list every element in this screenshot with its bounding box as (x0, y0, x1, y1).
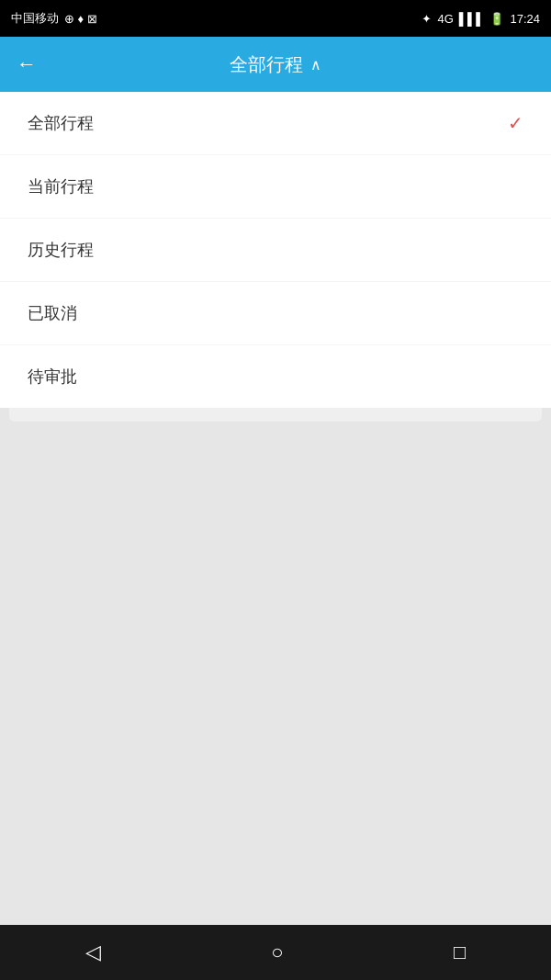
checkmark-icon: ✓ (508, 112, 523, 134)
nav-recent-button[interactable]: □ (454, 941, 466, 964)
status-left: 中国移动 ⊕ ♦ ⊠ (11, 10, 97, 27)
time-text: 17:24 (510, 12, 540, 26)
menu-item-history-label: 历史行程 (28, 239, 94, 261)
dropdown-menu: 全部行程 ✓ 当前行程 历史行程 已取消 待审批 (0, 92, 551, 408)
status-icons: ⊕ ♦ ⊠ (64, 12, 97, 26)
carrier-text: 中国移动 (11, 10, 59, 27)
nav-bar: ◁ ○ □ (0, 925, 551, 980)
menu-item-cancelled[interactable]: 已取消 (0, 282, 551, 345)
battery-icon: 🔋 (489, 12, 504, 26)
signal-bars: ▌▌▌ (459, 12, 485, 26)
status-bar: 中国移动 ⊕ ♦ ⊠ ✦ 4G ▌▌▌ 🔋 17:24 (0, 0, 551, 37)
menu-item-all[interactable]: 全部行程 ✓ (0, 92, 551, 155)
menu-item-cancelled-label: 已取消 (28, 302, 77, 324)
header-title: 全部行程 (230, 52, 303, 77)
menu-item-current-label: 当前行程 (28, 175, 94, 197)
menu-item-history[interactable]: 历史行程 (0, 219, 551, 282)
menu-item-all-label: 全部行程 (28, 112, 94, 134)
menu-item-pending[interactable]: 待审批 (0, 345, 551, 408)
menu-item-pending-label: 待审批 (28, 366, 77, 388)
header: ← 全部行程 ∧ (0, 37, 551, 92)
menu-item-current[interactable]: 当前行程 (0, 155, 551, 219)
chevron-up-icon[interactable]: ∧ (310, 56, 321, 73)
status-right: ✦ 4G ▌▌▌ 🔋 17:24 (422, 12, 540, 26)
signal-text: 4G (437, 12, 453, 26)
nav-home-button[interactable]: ○ (271, 941, 283, 964)
bluetooth-icon: ✦ (422, 12, 432, 26)
back-button[interactable]: ← (17, 52, 37, 76)
nav-back-button[interactable]: ◁ (85, 941, 101, 964)
